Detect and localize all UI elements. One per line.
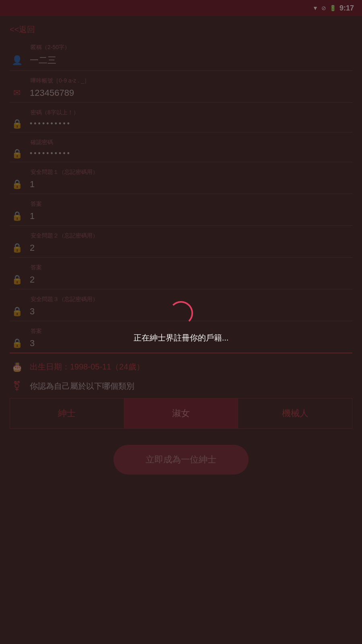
loading-spinner [169,301,193,325]
loading-overlay: 正在紳士界註冊你的戶籍... [0,0,362,644]
loading-text: 正在紳士界註冊你的戶籍... [134,332,229,343]
